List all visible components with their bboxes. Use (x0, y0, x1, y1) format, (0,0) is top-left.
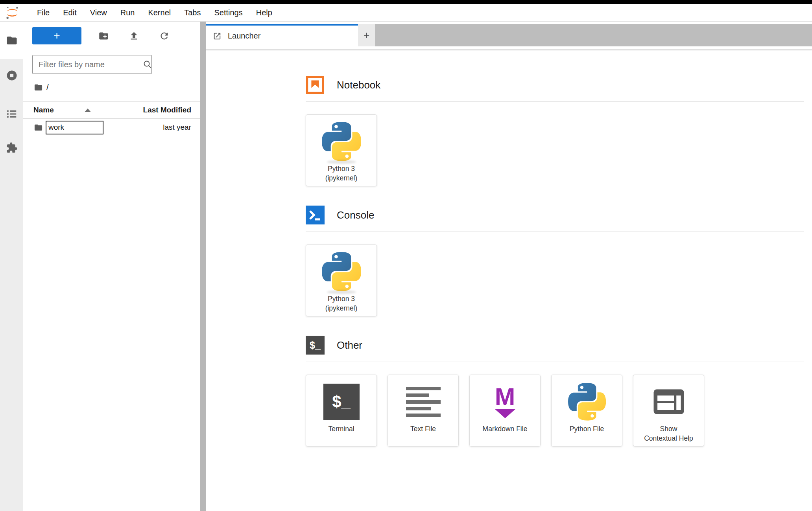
sort-ascending-icon (85, 108, 91, 112)
card-notebook-python3[interactable]: Python 3 (ipykernel) (306, 114, 377, 186)
python-icon (322, 252, 361, 291)
activity-bar (0, 22, 23, 511)
card-label: Python File (570, 425, 604, 434)
menu-bar: File Edit View Run Kernel Tabs Settings … (0, 4, 812, 22)
section-title: Console (337, 209, 374, 221)
section-header: Console (306, 206, 804, 224)
column-header-last-modified[interactable]: Last Modified (143, 106, 191, 114)
file-last-modified: last year (163, 123, 191, 132)
markdown-icon: M (495, 385, 516, 418)
file-row-work[interactable]: last year (23, 119, 200, 136)
card-label: Text File (410, 425, 436, 434)
screen-top-strip (0, 0, 812, 4)
launcher-tab-icon (213, 32, 221, 40)
card-markdown-file[interactable]: M Markdown File (469, 375, 541, 447)
terminal-icon: $_ (306, 336, 325, 355)
card-icon-area (568, 379, 606, 425)
menu-kernel[interactable]: Kernel (141, 8, 177, 17)
section-divider (306, 101, 804, 102)
dock-tab-bar: Launcher + (206, 24, 812, 46)
logo-shadow (327, 290, 356, 294)
card-label: Python 3 (ipykernel) (325, 294, 358, 313)
folder-icon (34, 123, 43, 132)
logo-shadow (327, 160, 356, 164)
launcher-body: Notebook Python 3 (ipykernel) (206, 50, 812, 511)
section-title: Notebook (337, 79, 380, 91)
new-folder-button[interactable] (89, 31, 119, 41)
card-label: Python 3 (ipykernel) (325, 164, 358, 183)
file-browser-panel: + (23, 22, 200, 511)
contextual-help-icon (652, 388, 685, 415)
file-browser-toolbar (89, 27, 179, 44)
section-header: Notebook (306, 75, 804, 94)
upload-icon (129, 31, 139, 41)
card-row: $_ Terminal Text File (306, 375, 804, 447)
extensions-tab-icon[interactable] (6, 142, 18, 154)
launcher-section-notebook: Notebook Python 3 (ipykernel) (306, 75, 804, 186)
card-icon-area (652, 379, 685, 425)
terminal-icon: $_ (323, 384, 360, 420)
table-of-contents-tab-icon[interactable] (6, 108, 18, 120)
card-row: Python 3 (ipykernel) (306, 114, 804, 186)
card-console-python3[interactable]: Python 3 (ipykernel) (306, 244, 377, 316)
file-listing-header: Name Last Modified (23, 101, 200, 119)
card-terminal[interactable]: $_ Terminal (306, 375, 377, 447)
refresh-icon (159, 31, 170, 41)
jupyterlab-window: File Edit View Run Kernel Tabs Settings … (0, 0, 812, 511)
section-title: Other (337, 339, 362, 351)
card-icon-area: $_ (323, 379, 360, 425)
rename-input[interactable] (46, 121, 103, 134)
launcher-section-other: $_ Other $_ Terminal (306, 336, 804, 447)
breadcrumb-root[interactable]: / (46, 83, 49, 92)
launcher-section-console: Console Python 3 (ipykernel) (306, 206, 804, 316)
section-divider (306, 362, 804, 362)
main-dock-panel: Launcher + Notebook (206, 22, 812, 511)
home-folder-icon[interactable] (34, 83, 43, 92)
card-label: Show Contextual Help (644, 425, 693, 443)
breadcrumb: / (34, 81, 49, 93)
menu-run[interactable]: Run (114, 8, 142, 17)
jupyter-logo-icon (5, 5, 19, 20)
new-launcher-button[interactable]: + (32, 27, 81, 44)
card-row: Python 3 (ipykernel) (306, 244, 804, 316)
section-divider (306, 232, 804, 232)
tab-launcher-label: Launcher (228, 31, 260, 40)
python-icon (322, 122, 361, 161)
menu-tabs[interactable]: Tabs (177, 8, 207, 17)
section-header: $_ Other (306, 336, 804, 355)
upload-button[interactable] (119, 31, 149, 41)
console-icon (306, 206, 325, 224)
python-icon (568, 383, 606, 421)
search-icon (143, 60, 152, 69)
card-icon-area (406, 379, 441, 425)
card-label: Terminal (328, 425, 354, 434)
new-folder-icon (98, 31, 109, 41)
card-icon-area (322, 249, 361, 294)
file-browser-tab-icon[interactable] (6, 35, 18, 46)
new-tab-button[interactable]: + (358, 24, 375, 46)
refresh-button[interactable] (149, 31, 179, 41)
tab-launcher[interactable]: Launcher (206, 24, 358, 46)
menu-help[interactable]: Help (249, 8, 279, 17)
card-text-file[interactable]: Text File (388, 375, 459, 447)
notebook-icon (306, 75, 325, 94)
menu-settings[interactable]: Settings (207, 8, 249, 17)
menu-file[interactable]: File (30, 8, 56, 17)
filter-files-box (32, 55, 152, 74)
card-icon-area: M (495, 379, 516, 425)
panel-splitter[interactable] (200, 22, 206, 511)
column-divider (108, 101, 108, 119)
menu-edit[interactable]: Edit (56, 8, 83, 17)
running-kernels-tab-icon[interactable] (6, 70, 18, 81)
filter-files-input[interactable] (33, 60, 143, 69)
menu-view[interactable]: View (83, 8, 114, 17)
text-file-icon (406, 387, 441, 417)
card-show-contextual-help[interactable]: Show Contextual Help (633, 375, 704, 447)
column-header-name[interactable]: Name (33, 106, 54, 114)
card-label: Markdown File (483, 425, 528, 434)
card-icon-area (322, 119, 361, 164)
card-python-file[interactable]: Python File (551, 375, 622, 447)
